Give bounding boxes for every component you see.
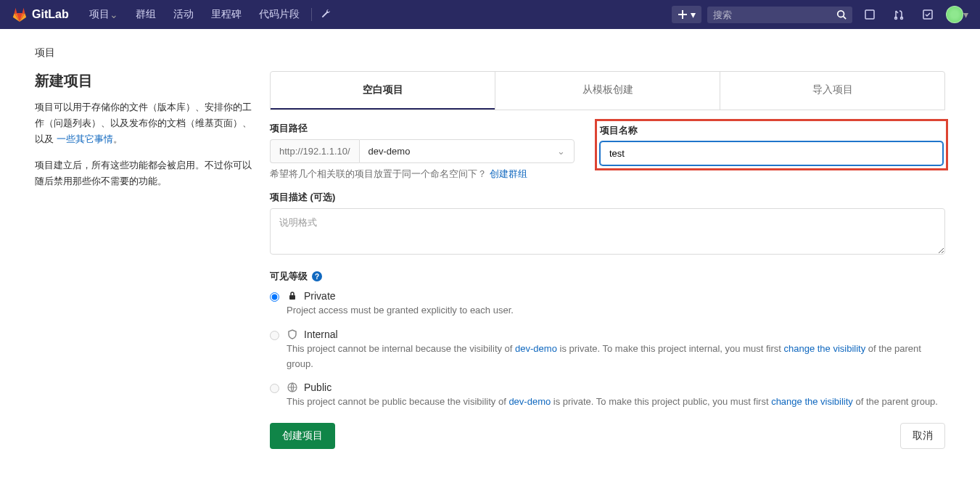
issues-icon[interactable] bbox=[858, 3, 881, 26]
namespace-hint: 希望将几个相关联的项目放置于同一个命名空间下？ 创建群组 bbox=[270, 168, 575, 181]
desc-label: 项目描述 (可选) bbox=[270, 191, 945, 204]
visibility-public-radio[interactable] bbox=[270, 384, 279, 393]
project-name-input[interactable] bbox=[600, 141, 943, 165]
create-tabs: 空白项目 从模板创建 导入项目 bbox=[270, 71, 945, 110]
project-desc-input[interactable] bbox=[270, 208, 945, 255]
nav-snippets[interactable]: 代码片段 bbox=[250, 0, 308, 29]
svg-line-3 bbox=[844, 17, 847, 20]
help-icon[interactable]: ? bbox=[312, 271, 322, 281]
project-form: 项目路径 http://192.1.1.10/ dev-demo ⌄ 希望将几个… bbox=[270, 110, 945, 461]
visibility-internal-row: Internal This project cannot be internal… bbox=[270, 329, 945, 372]
tab-blank[interactable]: 空白项目 bbox=[271, 72, 495, 110]
nav-project[interactable]: 项目 ⌄ bbox=[81, 0, 127, 29]
search-box[interactable] bbox=[707, 7, 852, 23]
other-things-link[interactable]: 一些其它事情 bbox=[57, 133, 113, 144]
left-info-sidebar: 新建项目 项目可以用于存储你的文件（版本库）、安排你的工作（问题列表）、以及发布… bbox=[35, 71, 252, 461]
visibility-private-radio[interactable] bbox=[270, 292, 279, 302]
page-title: 新建项目 bbox=[35, 71, 252, 91]
visibility-private-row: Private Project access must be granted e… bbox=[270, 290, 945, 318]
gitlab-logo[interactable]: GitLab bbox=[12, 7, 69, 22]
visibility-public-desc: This project cannot be public because th… bbox=[287, 395, 945, 410]
svg-rect-8 bbox=[289, 295, 295, 300]
name-column: 项目名称 bbox=[598, 122, 945, 181]
nav-milestones[interactable]: 里程碑 bbox=[202, 0, 250, 29]
nav-activity[interactable]: 活动 bbox=[165, 0, 202, 29]
svg-rect-4 bbox=[865, 10, 874, 19]
path-label: 项目路径 bbox=[270, 122, 575, 135]
chevron-down-icon: ▾ bbox=[691, 9, 696, 20]
path-input-group: http://192.1.1.10/ dev-demo ⌄ bbox=[270, 139, 575, 163]
page-desc-1: 项目可以用于存储你的文件（版本库）、安排你的工作（问题列表）、以及发布你的文档（… bbox=[35, 99, 252, 147]
page-container: 项目 新建项目 项目可以用于存储你的文件（版本库）、安排你的工作（问题列表）、以… bbox=[0, 29, 980, 472]
navbar-right: ▾ ▾ bbox=[672, 3, 968, 26]
chevron-down-icon: ▾ bbox=[963, 9, 968, 20]
nav-groups[interactable]: 群组 bbox=[127, 0, 165, 29]
internal-change-visibility-link[interactable]: change the visibility bbox=[783, 343, 865, 354]
svg-point-2 bbox=[838, 11, 844, 17]
visibility-internal-radio[interactable] bbox=[270, 331, 279, 340]
svg-rect-1 bbox=[678, 14, 687, 15]
search-icon bbox=[836, 9, 847, 20]
visibility-public-row: Public This project cannot be public bec… bbox=[270, 382, 945, 410]
url-prefix: http://192.1.1.10/ bbox=[270, 139, 359, 163]
tab-template[interactable]: 从模板创建 bbox=[495, 72, 720, 110]
user-avatar[interactable]: ▾ bbox=[945, 3, 968, 26]
visibility-public-title: Public bbox=[304, 382, 332, 393]
visibility-private-title: Private bbox=[304, 290, 336, 302]
new-dropdown-button[interactable]: ▾ bbox=[672, 6, 701, 23]
page-desc-2: 项目建立后，所有这些功能都会被启用。不过你可以随后禁用那些你不需要的功能。 bbox=[35, 157, 252, 189]
main-form-area: 空白项目 从模板创建 导入项目 项目路径 http://192.1.1.10/ … bbox=[270, 71, 945, 461]
navbar-left: GitLab 项目 ⌄ 群组 活动 里程碑 代码片段 bbox=[12, 0, 338, 29]
tab-import[interactable]: 导入项目 bbox=[720, 72, 944, 110]
cancel-button[interactable]: 取消 bbox=[900, 423, 945, 449]
visibility-internal-desc: This project cannot be internal because … bbox=[287, 342, 945, 372]
visibility-label: 可见等级 ? bbox=[270, 270, 945, 283]
name-highlight-box: 项目名称 bbox=[595, 119, 948, 170]
gitlab-icon bbox=[12, 7, 28, 22]
merge-requests-icon[interactable] bbox=[887, 3, 910, 26]
name-label: 项目名称 bbox=[600, 124, 943, 137]
nav-separator bbox=[311, 8, 312, 21]
admin-wrench-icon[interactable] bbox=[315, 3, 338, 26]
public-namespace-link[interactable]: dev-demo bbox=[508, 396, 551, 407]
plus-icon bbox=[678, 9, 688, 20]
chevron-down-icon: ⌄ bbox=[110, 9, 118, 20]
create-group-link[interactable]: 创建群组 bbox=[490, 168, 527, 179]
shield-icon bbox=[287, 329, 298, 340]
brand-text: GitLab bbox=[32, 8, 69, 21]
form-actions: 创建项目 取消 bbox=[270, 423, 945, 449]
todos-icon[interactable] bbox=[916, 3, 939, 26]
path-column: 项目路径 http://192.1.1.10/ dev-demo ⌄ 希望将几个… bbox=[270, 122, 575, 181]
namespace-select[interactable]: dev-demo ⌄ bbox=[359, 139, 575, 163]
top-navbar: GitLab 项目 ⌄ 群组 活动 里程碑 代码片段 ▾ ▾ bbox=[0, 0, 980, 29]
create-project-button[interactable]: 创建项目 bbox=[270, 423, 335, 449]
content-row: 新建项目 项目可以用于存储你的文件（版本库）、安排你的工作（问题列表）、以及发布… bbox=[35, 71, 945, 461]
lock-icon bbox=[287, 290, 298, 302]
namespace-value: dev-demo bbox=[368, 146, 411, 157]
breadcrumb: 项目 bbox=[35, 41, 945, 71]
globe-icon bbox=[287, 382, 298, 393]
public-change-visibility-link[interactable]: change the visibility bbox=[771, 396, 853, 407]
search-input[interactable] bbox=[713, 9, 836, 20]
internal-namespace-link[interactable]: dev-demo bbox=[515, 343, 557, 354]
chevron-down-icon: ⌄ bbox=[557, 146, 565, 157]
visibility-internal-title: Internal bbox=[304, 329, 338, 340]
visibility-private-desc: Project access must be granted explicitl… bbox=[287, 303, 945, 318]
